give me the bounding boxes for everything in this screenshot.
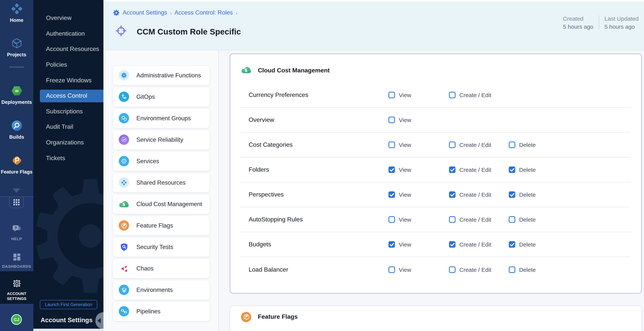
sidebar-item-audit-trail[interactable]: Audit Trail xyxy=(33,119,104,135)
ff-diamond-icon xyxy=(11,155,22,168)
breadcrumb-link-2[interactable]: Access Control: Roles xyxy=(174,9,233,16)
checkbox-view[interactable] xyxy=(388,166,395,173)
perm-view: View xyxy=(388,166,411,173)
sidebar-item-organizations[interactable]: Organizations xyxy=(33,135,104,150)
checkbox-create-edit[interactable] xyxy=(449,92,456,98)
main-content: Account Settings›Access Control: Roles› … xyxy=(104,0,644,331)
sidebar-item-subscriptions[interactable]: Subscriptions xyxy=(33,104,104,119)
category-card-environments[interactable]: Environments xyxy=(113,280,210,300)
svg-text:$: $ xyxy=(244,68,248,72)
permission-row-cost-categories: Cost Categories View Create / Edit Delet… xyxy=(240,132,630,158)
perm-create-edit: Create / Edit xyxy=(449,266,491,273)
role-crosshair-icon xyxy=(115,24,127,39)
shared-diamonds-icon xyxy=(119,178,129,188)
checkbox-create-edit[interactable] xyxy=(449,241,456,248)
rail-item-builds[interactable]: Builds xyxy=(0,120,33,140)
module-grid-button[interactable] xyxy=(9,196,24,208)
checkbox-view[interactable] xyxy=(388,191,395,198)
checkbox-label: Delete xyxy=(519,166,536,173)
checkbox-delete[interactable] xyxy=(509,166,515,173)
checkbox-view[interactable] xyxy=(388,216,395,223)
gear-watermark: ⚙ xyxy=(33,161,104,314)
checkbox-create-edit[interactable] xyxy=(449,142,456,148)
checkbox-delete[interactable] xyxy=(509,216,515,223)
launch-first-generation-button[interactable]: Launch First Generation xyxy=(40,300,97,309)
sidebar-item-policies[interactable]: Policies xyxy=(33,57,104,72)
checkbox-delete[interactable] xyxy=(509,191,515,198)
admin-gear-icon xyxy=(119,70,129,80)
checkbox-view[interactable] xyxy=(388,241,395,248)
feature-flags-panel: Feature Flags xyxy=(230,306,642,331)
sidebar-item-authentication[interactable]: Authentication xyxy=(33,26,104,42)
checkbox-create-edit[interactable] xyxy=(449,216,456,223)
category-card-environment-groups[interactable]: Environment Groups xyxy=(113,108,210,128)
gitops-branch-icon xyxy=(119,92,129,102)
rail-item-account-settings[interactable]: ACCOUNTSETTINGS xyxy=(0,279,33,301)
column-divider xyxy=(218,50,219,331)
sidebar-item-tickets[interactable]: Tickets xyxy=(33,150,104,166)
avatar[interactable]: CJ xyxy=(11,314,22,325)
collapse-left-icon xyxy=(97,318,101,323)
category-card-services[interactable]: Services xyxy=(113,152,210,171)
category-card-cloud-cost-management[interactable]: $Cloud Cost Management xyxy=(113,194,210,214)
perm-delete: Delete xyxy=(509,166,536,173)
checkbox-label: View xyxy=(399,166,411,173)
sidebar-item-freeze-windows[interactable]: Freeze Windows xyxy=(33,72,104,88)
permission-row-label: Budgets xyxy=(249,241,271,248)
category-card-security-tests[interactable]: Security Tests xyxy=(113,237,210,256)
checkbox-create-edit[interactable] xyxy=(449,266,456,273)
checkbox-delete[interactable] xyxy=(509,142,515,148)
checkbox-view[interactable] xyxy=(388,142,395,148)
checkbox-create-edit[interactable] xyxy=(449,166,456,173)
breadcrumb-gear-icon xyxy=(113,10,120,16)
rail-item-dashboards[interactable]: DASHBOARDS xyxy=(0,253,33,268)
permission-row-currency-preferences: Currency Preferences View Create / Edit xyxy=(240,83,630,108)
checkbox-view[interactable] xyxy=(388,266,395,273)
sidebar-item-overview[interactable]: Overview xyxy=(33,10,104,26)
category-card-shared-resources[interactable]: Shared Resources xyxy=(113,173,210,192)
rail-item-home[interactable]: Home xyxy=(0,3,33,23)
checkbox-delete[interactable] xyxy=(509,241,515,248)
chevron-down-icon[interactable] xyxy=(13,188,20,193)
permission-row-overview: Overview View xyxy=(240,108,630,132)
perm-delete: Delete xyxy=(509,142,536,148)
harness-app: Home Projects ∞Deployments Builds Featur… xyxy=(0,0,644,331)
checkbox-label: Delete xyxy=(519,216,536,223)
category-card-administrative-functions[interactable]: Administrative Functions xyxy=(113,66,210,85)
permission-row-label: AutoStopping Rules xyxy=(249,216,303,223)
checkbox-create-edit[interactable] xyxy=(449,191,456,198)
perm-view: View xyxy=(388,142,411,148)
checkbox-label: Create / Edit xyxy=(459,166,491,173)
category-card-pipelines[interactable]: Pipelines xyxy=(113,302,210,321)
rail-item-deployments[interactable]: ∞Deployments xyxy=(0,85,33,105)
page-title: CCM Custom Role Specific xyxy=(137,27,241,36)
sidebar-item-access-control[interactable]: Access Control xyxy=(40,90,104,102)
breadcrumb: Account Settings›Access Control: Roles› xyxy=(113,9,239,16)
checkbox-view[interactable] xyxy=(388,92,395,98)
category-card-service-reliability[interactable]: Service Reliability xyxy=(113,130,210,149)
breadcrumb-link-1[interactable]: Account Settings xyxy=(122,9,167,16)
checkbox-label: View xyxy=(399,266,411,273)
settings-sidebar: ⚙ OverviewAuthenticationAccount Resource… xyxy=(33,0,104,329)
perm-delete: Delete xyxy=(509,191,536,198)
perm-view: View xyxy=(388,92,411,98)
checkbox-delete[interactable] xyxy=(509,266,515,273)
checkbox-label: Create / Edit xyxy=(459,216,491,223)
breadcrumb-separator: › xyxy=(170,10,172,16)
category-card-chaos[interactable]: Chaos xyxy=(113,259,210,278)
perm-create-edit: Create / Edit xyxy=(449,241,491,248)
svg-text:?: ? xyxy=(14,226,17,230)
category-card-feature-flags[interactable]: Feature Flags xyxy=(113,216,210,235)
rail-item-projects[interactable]: Projects xyxy=(0,38,33,58)
checkbox-view[interactable] xyxy=(388,117,395,123)
sidebar-item-account-resources[interactable]: Account Resources xyxy=(33,42,104,57)
rail-item-feature-flags[interactable]: Feature Flags xyxy=(0,155,33,175)
sidebar-understrip xyxy=(33,329,104,331)
env-groups-icon xyxy=(119,113,129,123)
chaos-pinwheel-icon xyxy=(119,263,129,274)
sidebar-title: Account Settings xyxy=(40,316,92,324)
ccm-panel-title: Cloud Cost Management xyxy=(258,67,330,74)
rail-item-help[interactable]: ?HELP xyxy=(0,224,33,241)
category-card-gitops[interactable]: GitOps xyxy=(113,87,210,106)
svg-text:∞: ∞ xyxy=(14,88,19,94)
